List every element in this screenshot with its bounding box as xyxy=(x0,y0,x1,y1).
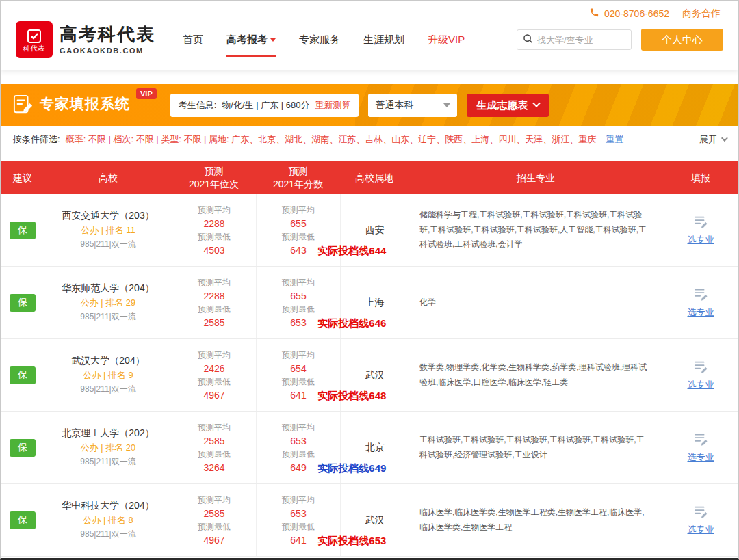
score-avg-value: 655 xyxy=(290,218,306,229)
batch-select-dropdown[interactable]: 普通本科 xyxy=(368,94,457,117)
predicted-score-cell: 预测平均 654 预测最低 641实际投档线648 xyxy=(256,339,340,411)
vip-badge: VIP xyxy=(136,88,157,99)
nav-gaokao-apply-label: 高考报考 xyxy=(226,34,268,45)
personal-center-button[interactable]: 个人中心 xyxy=(641,29,723,51)
col-header-majors: 招生专业 xyxy=(409,161,663,194)
rank-avg-value: 2288 xyxy=(203,291,224,302)
select-major-action[interactable]: 选专业 xyxy=(663,194,738,266)
actual-admission-line: 实际投档线649 xyxy=(317,462,386,475)
select-major-label: 选专业 xyxy=(688,451,714,464)
school-name[interactable]: 北京理工大学（202） xyxy=(62,427,154,440)
school-cell: 西安交通大学（203） 公办 | 排名 11 985|211|双一流 xyxy=(44,194,172,266)
contact-area: 020-8706-6652 商务合作 xyxy=(589,8,721,20)
expert-system-banner: 专家填报系统 VIP 考生信息: 物/化/生 | 广东 | 680分 重新测算 … xyxy=(1,84,738,126)
nav-gaokao-apply[interactable]: 高考报考 xyxy=(226,34,276,46)
score-min-label: 预测最低 xyxy=(282,376,315,388)
select-major-label: 选专业 xyxy=(688,524,714,536)
suggestion-badge: 保 xyxy=(10,294,36,312)
generate-volunteer-form-button[interactable]: 生成志愿表 xyxy=(467,94,549,117)
expert-system-title-text: 专家填报系统 xyxy=(40,94,130,114)
school-name[interactable]: 华中科技大学（204） xyxy=(62,500,154,512)
site-logo[interactable]: 科代表 高考科代表 GAOKAOKDB.COM xyxy=(16,21,155,58)
rank-min-label: 预测最低 xyxy=(198,521,231,533)
select-major-icon xyxy=(693,432,708,449)
suggestion-badge: 保 xyxy=(10,511,36,529)
table-row: 保 西安交通大学（203） 公办 | 排名 11 985|211|双一流 预测平… xyxy=(1,194,738,267)
search-input[interactable] xyxy=(537,35,625,45)
select-major-icon xyxy=(693,505,708,521)
filter-label: 按条件筛选: xyxy=(13,133,60,146)
predicted-rank-cell: 预测平均 2288 预测最低 2585 xyxy=(172,267,256,338)
score-min-label: 预测最低 xyxy=(282,449,315,460)
filter-reset-link[interactable]: 重置 xyxy=(606,133,623,146)
school-meta: 公办 | 排名 20 xyxy=(81,442,136,454)
table-row: 保 华中科技大学（204） 公办 | 排名 8 985|211|双一流 预测平均… xyxy=(1,484,738,557)
nav-home[interactable]: 首页 xyxy=(183,34,203,46)
batch-select-value: 普通本科 xyxy=(375,99,413,111)
chevron-down-icon xyxy=(533,100,541,107)
nav-career-planning[interactable]: 生涯规划 xyxy=(363,34,404,46)
select-major-action[interactable]: 选专业 xyxy=(663,484,738,556)
school-cell: 北京理工大学（202） 公办 | 排名 20 985|211|双一流 xyxy=(44,412,172,483)
select-major-icon xyxy=(693,287,708,304)
col-header-suggestion: 建议 xyxy=(1,161,44,194)
school-name[interactable]: 武汉大学（204） xyxy=(71,355,144,367)
school-cell: 华东师范大学（204） 公办 | 排名 29 985|211|双一流 xyxy=(44,267,172,338)
search-box[interactable] xyxy=(517,29,632,50)
rank-avg-label: 预测平均 xyxy=(198,349,231,361)
main-nav: 首页 高考报考 专家服务 生涯规划 升级VIP xyxy=(183,34,465,46)
nav-expert-service[interactable]: 专家服务 xyxy=(299,34,340,46)
rank-min-label: 预测最低 xyxy=(198,304,231,315)
rank-avg-value: 2585 xyxy=(203,436,224,446)
rank-min-value: 4967 xyxy=(203,390,224,401)
school-meta: 公办 | 排名 11 xyxy=(81,224,135,237)
school-cell: 华中科技大学（204） 公办 | 排名 8 985|211|双一流 xyxy=(44,484,172,556)
score-avg-label: 预测平均 xyxy=(282,494,315,506)
site-domain: GAOKAOKDB.COM xyxy=(60,46,155,55)
site-title: 高考科代表 xyxy=(60,25,155,43)
logo-icon: 科代表 xyxy=(16,21,53,58)
suggestion-cell: 保 xyxy=(1,267,44,338)
page: 020-8706-6652 商务合作 科代表 高考科代表 GAOKAOKDB.C… xyxy=(0,0,739,560)
table-header: 建议 高校 预测2021年位次 预测2021年分数 高校属地 招生专业 填报 xyxy=(1,161,738,194)
suggestion-cell: 保 xyxy=(1,339,44,411)
rank-min-value: 4503 xyxy=(203,245,224,256)
table-row: 保 北京理工大学（202） 公办 | 排名 20 985|211|双一流 预测平… xyxy=(1,412,738,484)
score-min-label: 预测最低 xyxy=(282,521,315,533)
score-avg-value: 655 xyxy=(290,291,306,302)
school-meta: 公办 | 排名 9 xyxy=(83,369,133,382)
rank-avg-label: 预测平均 xyxy=(198,422,231,434)
logo-text: 高考科代表 GAOKAOKDB.COM xyxy=(60,25,155,55)
filter-expand-toggle[interactable]: 展开 xyxy=(699,133,726,146)
rank-avg-label: 预测平均 xyxy=(198,494,231,506)
predicted-score-cell: 预测平均 655 预测最低 643实际投档线644 xyxy=(256,194,340,266)
rank-avg-label: 预测平均 xyxy=(198,204,231,216)
filter-expand-label: 展开 xyxy=(699,133,717,146)
predicted-score-cell: 预测平均 653 预测最低 641实际投档线653 xyxy=(256,484,340,556)
candidate-info-value: 物/化/生 | 广东 | 680分 xyxy=(222,99,309,111)
recalculate-link[interactable]: 重新测算 xyxy=(315,99,350,111)
predicted-rank-cell: 预测平均 2288 预测最低 4503 xyxy=(172,194,256,266)
school-name[interactable]: 华东师范大学（204） xyxy=(62,282,154,295)
score-avg-label: 预测平均 xyxy=(282,204,315,216)
school-meta: 公办 | 排名 8 xyxy=(83,514,133,526)
business-cooperation-link[interactable]: 商务合作 xyxy=(682,8,721,20)
suggestion-badge: 保 xyxy=(10,439,36,457)
select-major-action[interactable]: 选专业 xyxy=(663,339,738,411)
rank-avg-value: 2426 xyxy=(203,363,224,374)
rank-avg-value: 2288 xyxy=(203,218,224,229)
school-tags: 985|211|双一流 xyxy=(80,384,135,395)
select-major-icon xyxy=(693,215,708,231)
rank-avg-label: 预测平均 xyxy=(198,277,231,289)
school-name[interactable]: 西安交通大学（203） xyxy=(62,210,154,222)
select-major-action[interactable]: 选专业 xyxy=(663,412,738,483)
suggestion-cell: 保 xyxy=(1,194,44,266)
select-major-action[interactable]: 选专业 xyxy=(663,267,738,338)
filter-criteria[interactable]: 概率: 不限 | 档次: 不限 | 类型: 不限 | 属地: 广东、北京、湖北、… xyxy=(66,133,597,146)
score-avg-value: 653 xyxy=(290,508,306,519)
predicted-score-cell: 预测平均 653 预测最低 649实际投档线649 xyxy=(256,412,340,483)
table-row: 保 武汉大学（204） 公办 | 排名 9 985|211|双一流 预测平均 2… xyxy=(1,339,738,412)
actual-admission-line: 实际投档线646 xyxy=(317,317,386,330)
rank-avg-value: 2585 xyxy=(203,508,224,519)
nav-upgrade-vip[interactable]: 升级VIP xyxy=(428,34,465,46)
